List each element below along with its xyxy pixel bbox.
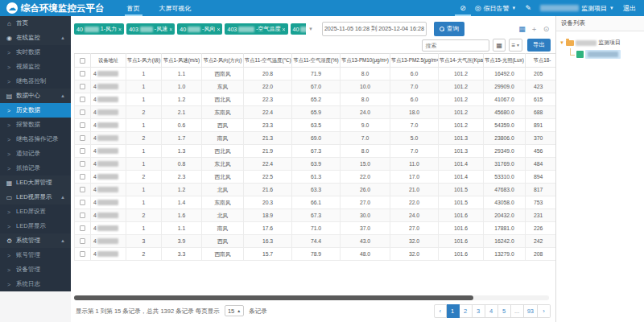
data-cell: 27.0 (390, 222, 439, 235)
settings-button[interactable]: ⊙ (542, 25, 551, 34)
row-checkbox[interactable] (80, 97, 85, 102)
top-menu-home[interactable]: 首页 (118, 0, 150, 16)
page-button-2[interactable]: 2 (460, 304, 473, 318)
query-button[interactable]: 查询 (434, 22, 464, 36)
row-checkbox[interactable] (80, 148, 85, 154)
sidebar-item-data-center[interactable]: ▤数据中心▲ (0, 89, 71, 103)
device-address-blurred (97, 238, 118, 244)
row-checkbox[interactable] (80, 174, 85, 180)
edit-icon[interactable]: ✎ (526, 4, 532, 12)
sidebar-item-relay-control[interactable]: >继电器控制 (0, 74, 71, 89)
plus-button[interactable]: ＋ (530, 25, 539, 34)
sidebar-item-relay-operation-log[interactable]: >继电器操作记录 (0, 132, 71, 147)
data-cell: 101.2 (439, 80, 484, 93)
filter-tag[interactable]: 403-风速× (126, 23, 175, 35)
sidebar-item-led-bigscreen-mgmt[interactable]: ▦LED大屏管理 (0, 175, 71, 190)
row-checkbox[interactable] (80, 109, 85, 115)
holiday-alarm-menu[interactable]: ◎ 假日告警 ▼ (475, 4, 517, 13)
column-header: 节点2-风向(方向) (202, 54, 244, 68)
row-checkbox[interactable] (80, 213, 85, 218)
selected-device[interactable] (585, 50, 621, 59)
horizontal-scrollbar[interactable] (74, 295, 549, 300)
refresh-button[interactable]: ▦ (493, 39, 506, 52)
filter-tag[interactable]: 401-风力× (74, 23, 124, 35)
sidebar-item-video-monitor[interactable]: >视频监控 (0, 60, 71, 74)
sidebar-item-notification-log[interactable]: >通知记录 (0, 147, 71, 161)
search-input[interactable] (422, 39, 489, 52)
row-checkbox[interactable] (80, 161, 85, 167)
device-tree: ▼ 监测项目 (556, 31, 644, 65)
row-select-cell (75, 248, 91, 261)
tag-remove-icon[interactable]: × (118, 27, 122, 32)
device-address-cell: 4 (91, 171, 126, 184)
data-cell: 20.3 (244, 196, 292, 209)
page-size-select[interactable]: 15 ▲ (225, 305, 244, 316)
page-button-5[interactable]: 5 (498, 304, 511, 318)
table-row: 422.1东南风22.465.924.018.0101.245680.0688 (75, 106, 559, 119)
sidebar-item-alarm-data[interactable]: >报警数据 (0, 118, 71, 132)
sidebar-item-led-screen-settings[interactable]: >LED屏设置 (0, 204, 71, 219)
chart-button[interactable]: ▦ (518, 25, 526, 34)
table-row: 411.3西北风21.967.38.07.0101.329349.0456 (75, 145, 559, 158)
tag-remove-icon[interactable]: × (169, 27, 172, 32)
page-button-93[interactable]: 93 (524, 304, 538, 318)
select-all-checkbox[interactable] (80, 58, 85, 64)
filter-tag[interactable]: 40-风向× (177, 23, 222, 35)
data-cell: 101.4 (439, 158, 484, 171)
data-cell: 1 (126, 93, 162, 106)
page-button-4[interactable]: 4 (485, 304, 498, 318)
row-checkbox[interactable] (80, 251, 85, 257)
row-checkbox[interactable] (80, 187, 85, 192)
sidebar-item-label: 系统日志 (16, 280, 40, 288)
tree-root-node[interactable]: ▼ 监测项目 (559, 37, 641, 48)
scrollbar-thumb[interactable] (74, 295, 473, 300)
sidebar-item-led-screen-display[interactable]: >LED屏显示 (0, 219, 71, 233)
status-icon[interactable]: ⊘ (460, 4, 466, 12)
node-multiselect[interactable]: 401-风力×403-风速×40-风向×403-空气温度×40 (74, 23, 306, 35)
tree-device-node[interactable] (570, 48, 641, 60)
sidebar-item-home[interactable]: ⌂首页 (0, 16, 71, 31)
row-checkbox[interactable] (80, 122, 85, 128)
tag-remove-icon[interactable]: × (283, 27, 286, 32)
page-button-3[interactable]: 3 (473, 304, 485, 318)
sidebar-item-system-mgmt[interactable]: ⚙系统管理▲ (0, 233, 71, 248)
data-cell: 688 (526, 106, 559, 119)
sidebar-item-led-video-display[interactable]: ▭LED视屏显示▲ (0, 190, 71, 204)
row-checkbox[interactable] (80, 135, 85, 141)
table-toolbar: ▦ ≡▼ 导出 (74, 39, 554, 52)
project-switcher[interactable]: 监测项目 ▼ (540, 4, 614, 13)
sidebar-item-device-mgmt[interactable]: >设备管理 (0, 262, 71, 277)
tree-expand-icon[interactable]: ▼ (559, 40, 564, 45)
data-cell: 65.9 (292, 106, 341, 119)
device-address-blurred (97, 251, 118, 257)
sidebar-item-online-monitor[interactable]: ◉在线监控▲ (0, 31, 71, 45)
data-cell: 西北风 (202, 93, 244, 106)
tag-remove-icon[interactable]: × (217, 27, 220, 32)
row-checkbox[interactable] (80, 238, 85, 244)
filter-tag[interactable]: 403-空气温度× (225, 23, 287, 35)
columns-button[interactable]: ≡▼ (509, 39, 522, 52)
top-menu-big-screen-visualization[interactable]: 大屏可视化 (150, 0, 201, 16)
column-header: 节点13-PM2.5(μg/m³) (390, 54, 439, 68)
date-range-input[interactable]: 2025-11-05 16:28 到 2025-12-04 16:28 (322, 22, 427, 36)
row-checkbox[interactable] (80, 84, 85, 89)
prev-page-button[interactable]: ‹ (434, 304, 447, 318)
page-button-1[interactable]: 1 (447, 304, 460, 318)
sidebar-item-realtime-data[interactable]: >实时数据 (0, 45, 71, 60)
data-cell: 21.6 (244, 184, 292, 196)
sidebar-item-snapshot-log[interactable]: >抓拍记录 (0, 161, 71, 175)
device-address-cell: 4 (91, 184, 126, 196)
sidebar-item-system-log[interactable]: >系统日志 (0, 277, 71, 291)
sidebar-item-label: 继电器操作记录 (16, 135, 59, 143)
filter-tag[interactable]: 40 (291, 23, 306, 35)
export-button[interactable]: 导出 (527, 39, 551, 52)
next-page-button[interactable]: › (538, 304, 551, 318)
chevron-right-icon: > (7, 50, 13, 56)
select-caret-icon[interactable]: ▼ (308, 27, 313, 31)
sidebar-item-account-mgmt[interactable]: >账号管理 (0, 248, 71, 262)
logout-button[interactable]: 退出 (623, 4, 636, 13)
row-checkbox[interactable] (80, 71, 85, 76)
row-checkbox[interactable] (80, 225, 85, 231)
row-checkbox[interactable] (80, 200, 85, 205)
sidebar-item-history-data[interactable]: >历史数据 (0, 103, 71, 118)
